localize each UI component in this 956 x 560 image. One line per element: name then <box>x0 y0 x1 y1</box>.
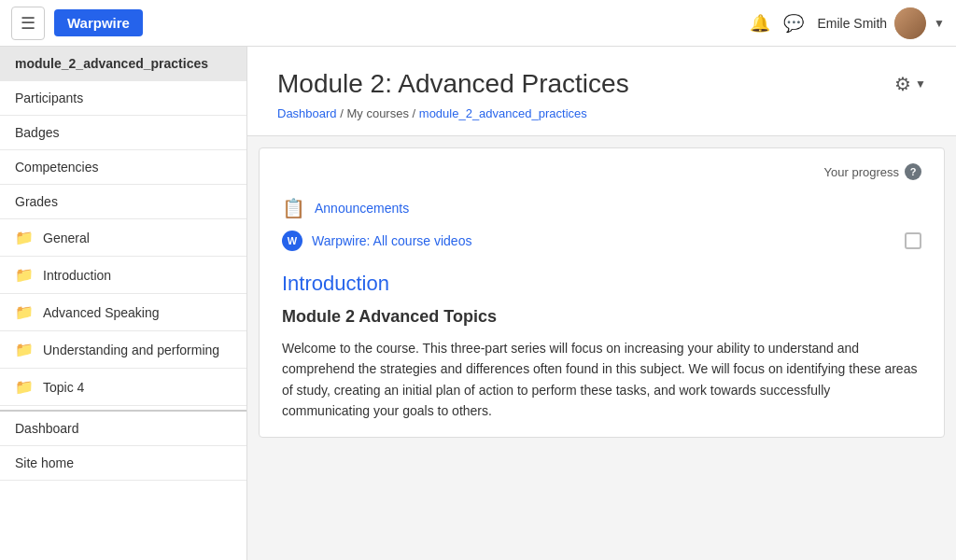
topic-4-label: Topic 4 <box>43 380 84 395</box>
module-title-label: module_2_advanced_practices <box>15 56 208 71</box>
page-title-row: Module 2: Advanced Practices ⚙ ▼ <box>277 69 926 99</box>
sidebar-item-grades[interactable]: Grades <box>0 185 246 219</box>
breadcrumb-dashboard-link[interactable]: Dashboard <box>277 106 337 120</box>
avatar-image <box>894 7 926 39</box>
warpwire-item: W Warpwire: All course videos <box>282 225 921 257</box>
sidebar-item-introduction[interactable]: 📁 Introduction <box>0 257 246 294</box>
sidebar-item-competencies[interactable]: Competencies <box>0 150 246 185</box>
main-content: Module 2: Advanced Practices ⚙ ▼ Dashboa… <box>247 47 956 560</box>
sidebar-item-understanding-performing[interactable]: 📁 Understanding and performing <box>0 331 246 369</box>
breadcrumb: Dashboard / My courses / module_2_advanc… <box>277 106 926 120</box>
intro-section-title: Introduction <box>282 272 921 296</box>
top-navigation: ☰ Warpwire 🔔 💬 Emile Smith ▼ <box>0 0 956 47</box>
announcements-icon: 📋 <box>282 197 305 219</box>
content-heading: Module 2 Advanced Topics <box>282 307 921 327</box>
progress-help-icon[interactable]: ? <box>905 163 921 180</box>
warpwire-progress-checkbox[interactable] <box>905 232 921 249</box>
introduction-label: Introduction <box>43 268 111 283</box>
gear-icon: ⚙ <box>894 73 911 95</box>
page-title: Module 2: Advanced Practices <box>277 69 629 99</box>
announcements-item: 📋 Announcements <box>282 191 921 225</box>
progress-row: Your progress ? <box>282 163 921 180</box>
sidebar-item-participants[interactable]: Participants <box>0 81 246 116</box>
folder-icon: 📁 <box>15 303 34 321</box>
participants-label: Participants <box>15 91 83 105</box>
avatar <box>894 7 926 39</box>
understanding-performing-label: Understanding and performing <box>43 343 219 357</box>
sidebar-item-general[interactable]: 📁 General <box>0 219 246 257</box>
grades-label: Grades <box>15 194 58 209</box>
dashboard-label: Dashboard <box>15 421 79 436</box>
progress-label: Your progress <box>824 165 899 179</box>
user-menu[interactable]: Emile Smith ▼ <box>817 7 945 39</box>
main-layout: module_2_advanced_practices Participants… <box>0 47 956 560</box>
warpwire-link[interactable]: Warpwire: All course videos <box>312 233 471 248</box>
chevron-down-icon: ▼ <box>934 17 945 30</box>
chat-icon[interactable]: 💬 <box>783 13 804 34</box>
warpwire-checkbox-area <box>905 232 921 249</box>
competencies-label: Competencies <box>15 160 99 175</box>
announcements-link[interactable]: Announcements <box>315 201 409 216</box>
content-body: Welcome to the course. This three-part s… <box>282 338 921 422</box>
breadcrumb-course-link[interactable]: module_2_advanced_practices <box>419 106 587 120</box>
gear-dropdown[interactable]: ⚙ ▼ <box>894 73 926 95</box>
course-content-block: Your progress ? 📋 Announcements W Warpwi… <box>259 147 945 438</box>
user-name-label: Emile Smith <box>817 16 887 31</box>
sidebar-item-module-title[interactable]: module_2_advanced_practices <box>0 47 246 81</box>
advanced-speaking-label: Advanced Speaking <box>43 305 160 320</box>
bell-icon[interactable]: 🔔 <box>750 13 770 34</box>
nav-right: 🔔 💬 Emile Smith ▼ <box>750 7 945 39</box>
folder-icon: 📁 <box>15 229 34 246</box>
folder-icon: 📁 <box>15 341 34 358</box>
folder-icon: 📁 <box>15 378 34 396</box>
nav-left: ☰ Warpwire <box>11 7 143 40</box>
sidebar-item-site-home[interactable]: Site home <box>0 446 246 481</box>
breadcrumb-my-courses: My courses <box>346 106 408 120</box>
badges-label: Badges <box>15 125 59 140</box>
sidebar-item-badges[interactable]: Badges <box>0 116 246 150</box>
menu-icon: ☰ <box>21 13 35 34</box>
hamburger-button[interactable]: ☰ <box>11 7 45 40</box>
sidebar-item-advanced-speaking[interactable]: 📁 Advanced Speaking <box>0 294 246 331</box>
brand-button[interactable]: Warpwire <box>54 9 143 36</box>
breadcrumb-sep2: / <box>413 106 419 120</box>
warpwire-icon: W <box>282 231 302 251</box>
sidebar-item-dashboard[interactable]: Dashboard <box>0 412 246 446</box>
sidebar: module_2_advanced_practices Participants… <box>0 47 247 560</box>
gear-chevron-icon: ▼ <box>915 77 926 91</box>
sidebar-item-topic-4[interactable]: 📁 Topic 4 <box>0 369 246 406</box>
site-home-label: Site home <box>15 455 74 470</box>
folder-icon: 📁 <box>15 266 34 284</box>
general-label: General <box>43 231 90 245</box>
page-header: Module 2: Advanced Practices ⚙ ▼ Dashboa… <box>247 47 956 136</box>
